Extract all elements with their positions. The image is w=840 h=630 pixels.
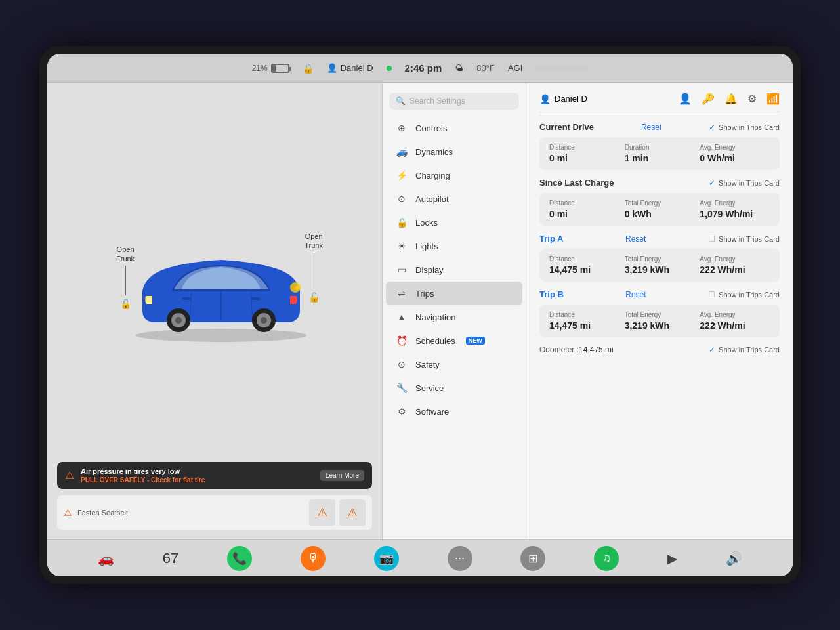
user-info: 👤 Daniel D: [539, 94, 587, 104]
grid-button[interactable]: ⊞: [520, 546, 545, 571]
current-drive-reset[interactable]: Reset: [641, 123, 662, 132]
menu-item-software[interactable]: ⚙ Software: [386, 400, 522, 423]
trip-a-distance-label: Distance: [549, 255, 620, 262]
current-distance-stat: Distance 0 mi: [549, 144, 620, 163]
alert-main-text: Air pressure in tires very low: [81, 467, 205, 475]
current-duration-stat: Duration 1 min: [625, 144, 695, 163]
menu-item-controls[interactable]: ⊕ Controls: [386, 116, 522, 140]
trip-a-avg-energy-label: Avg. Energy: [700, 255, 770, 262]
menu-item-locks[interactable]: 🔒 Locks: [386, 211, 522, 234]
user-person-icon: 👤: [327, 63, 337, 73]
phone-button[interactable]: 📞: [227, 546, 252, 571]
camera-icon: 📷: [379, 551, 394, 566]
trip-a-section: Trip A Reset ☐ Show in Trips Card Distan…: [539, 234, 780, 282]
check-icon-odometer: ✓: [709, 345, 715, 354]
trip-b-show-trips[interactable]: ☐ Show in Trips Card: [708, 290, 780, 299]
current-duration-value: 1 min: [625, 153, 695, 163]
learn-more-button[interactable]: Learn More: [320, 470, 364, 481]
menu-item-lights[interactable]: ☀ Lights: [386, 234, 522, 258]
search-icon: 🔍: [396, 96, 406, 106]
since-last-charge-stats: Distance 0 mi Total Energy 0 kWh Avg. En…: [539, 193, 780, 226]
check-icon-since: ✓: [709, 178, 715, 188]
trip-a-show-trips-label: Show in Trips Card: [719, 235, 780, 243]
spotify-button[interactable]: ♫: [594, 546, 619, 571]
dynamics-icon: 🚙: [396, 146, 408, 157]
since-last-charge-show-trips[interactable]: ✓ Show in Trips Card: [709, 178, 780, 188]
since-avg-energy-value: 1,079 Wh/mi: [700, 209, 770, 219]
profile-icon[interactable]: 👤: [679, 93, 692, 105]
user-avatar-icon: 👤: [539, 94, 551, 104]
seatbelt-warning: ⚠ Fasten Seatbelt ⚠ ⚠: [57, 495, 372, 530]
schedules-icon: ⏰: [396, 335, 408, 346]
grid-icon: ⊞: [528, 551, 538, 566]
since-distance-value: 0 mi: [549, 209, 620, 219]
menu-item-service[interactable]: 🔧 Service: [386, 376, 522, 400]
car-svg: ⚡: [116, 238, 326, 343]
menu-item-charging[interactable]: ⚡ Charging: [386, 163, 522, 187]
current-drive-show-trips[interactable]: ✓ Show in Trips Card: [709, 123, 780, 132]
status-username: Daniel D: [341, 63, 373, 73]
camera-button[interactable]: 📷: [374, 546, 399, 571]
main-content: Open Frunk 🔓 Open Trunk 🔓: [47, 83, 793, 539]
current-energy-value: 0 Wh/mi: [700, 153, 770, 163]
trip-b-total-energy-value: 3,219 kWh: [625, 320, 695, 331]
trip-b-distance-label: Distance: [549, 311, 620, 318]
header-icons: 👤 🔑 🔔 ⚙ 📶: [679, 93, 780, 105]
trips-panel: 👤 Daniel D 👤 🔑 🔔 ⚙ 📶 Current Drive: [526, 83, 793, 539]
menu-item-safety[interactable]: ⊙ Safety: [386, 352, 522, 376]
menu-item-display[interactable]: ▭ Display: [386, 258, 522, 282]
trips-label: Trips: [415, 289, 434, 299]
phone-icon: 📞: [232, 551, 247, 566]
menu-item-autopilot[interactable]: ⊙ Autopilot: [386, 187, 522, 211]
signal-icon: 📶: [766, 93, 780, 105]
trip-a-show-trips[interactable]: ☐ Show in Trips Card: [708, 234, 780, 243]
taskbar-play[interactable]: ▶: [667, 551, 677, 566]
volume-icon: 🔊: [726, 551, 742, 566]
menu-item-navigation[interactable]: ▲ Navigation: [386, 305, 522, 329]
trip-b-avg-energy-stat: Avg. Energy 222 Wh/mi: [700, 311, 770, 331]
trip-b-section: Trip B Reset ☐ Show in Trips Card Distan…: [539, 289, 780, 337]
trip-b-reset[interactable]: Reset: [625, 290, 646, 299]
more-button[interactable]: ···: [448, 546, 472, 571]
trips-icon: ⇌: [396, 288, 408, 299]
trip-a-title: Trip A: [539, 234, 563, 243]
key-icon[interactable]: 🔑: [702, 93, 715, 105]
trip-a-stats: Distance 14,475 mi Total Energy 3,219 kW…: [539, 249, 780, 282]
display-label: Display: [415, 265, 444, 275]
trip-b-total-energy-stat: Total Energy 3,219 kWh: [625, 311, 695, 331]
seatbelt-icon-2: ⚠: [339, 499, 366, 526]
trip-a-total-energy-value: 3,219 kWh: [625, 264, 695, 275]
trip-a-reset[interactable]: Reset: [625, 234, 646, 243]
since-total-energy-label: Total Energy: [625, 200, 695, 207]
settings-menu: 🔍 Search Settings ⊕ Controls 🚙 Dynamics …: [382, 83, 526, 539]
svg-rect-13: [251, 297, 261, 300]
seatbelt-icon-1: ⚠: [309, 499, 335, 526]
trip-a-header: Trip A Reset ☐ Show in Trips Card: [539, 234, 780, 243]
left-panel: Open Frunk 🔓 Open Trunk 🔓: [47, 83, 382, 539]
car-container: Open Frunk 🔓 Open Trunk 🔓: [57, 106, 372, 462]
menu-item-schedules[interactable]: ⏰ Schedules NEW: [386, 329, 522, 352]
bell-icon[interactable]: 🔔: [724, 93, 738, 105]
menu-item-dynamics[interactable]: 🚙 Dynamics: [386, 140, 522, 163]
lights-icon: ☀: [396, 241, 408, 251]
trip-b-title: Trip B: [539, 289, 564, 299]
weather-bar: [536, 66, 588, 70]
settings-icon[interactable]: ⚙: [747, 93, 757, 105]
taskbar-car[interactable]: 🚗: [98, 551, 114, 566]
odometer-show-trips[interactable]: ✓ Show in Trips Card: [709, 345, 780, 354]
svg-text:⚡: ⚡: [293, 284, 302, 292]
trip-a-total-energy-label: Total Energy: [625, 255, 695, 262]
menu-item-trips[interactable]: ⇌ Trips: [386, 282, 522, 305]
svg-point-0: [136, 329, 306, 342]
navigation-icon: ▲: [396, 312, 408, 322]
search-bar[interactable]: 🔍 Search Settings: [389, 93, 519, 110]
display-icon: ▭: [396, 264, 408, 275]
alert-warning-icon: ⚠: [65, 469, 74, 482]
status-time: 2:46 pm: [405, 62, 442, 74]
taskbar-volume[interactable]: 🔊: [726, 551, 742, 566]
mic-button[interactable]: 🎙: [301, 546, 326, 571]
seatbelt-icons-right: ⚠ ⚠: [309, 499, 366, 526]
trip-a-avg-energy-value: 222 Wh/mi: [700, 264, 770, 275]
schedules-label: Schedules: [415, 336, 455, 346]
since-total-energy-stat: Total Energy 0 kWh: [625, 200, 695, 219]
